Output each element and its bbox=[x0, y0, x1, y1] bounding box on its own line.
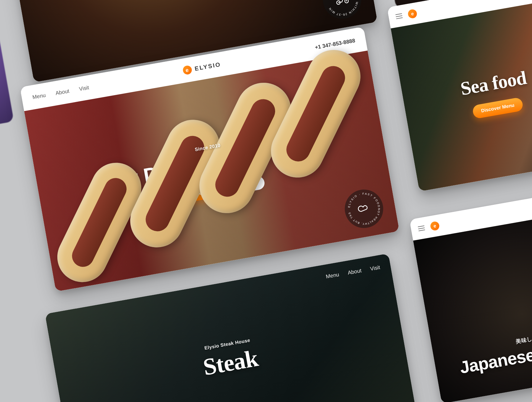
hero-overline: 美味しい bbox=[515, 334, 532, 345]
decor-image-purple bbox=[0, 0, 14, 137]
nav-about[interactable]: About bbox=[55, 88, 70, 96]
brand-name: ELYSIO bbox=[194, 61, 221, 72]
hamburger-icon[interactable] bbox=[395, 13, 403, 19]
tagline-badge: ELYSIO · FAST FOOD. NOT HEALTHY. BUT TAS… bbox=[342, 187, 386, 231]
hamburger-icon[interactable] bbox=[418, 226, 425, 231]
delivery-badge: FREE DELIVERY WITHIN 26-37 MIN bbox=[320, 0, 364, 22]
svg-text:WITHIN 26-37 MIN: WITHIN 26-37 MIN bbox=[327, 1, 361, 19]
card-japanese: e 美味しい Japanese Kitchen bbox=[409, 187, 532, 402]
nav-menu[interactable]: Menu bbox=[32, 92, 46, 100]
card-seafood: e Sea food Discover Menu bbox=[387, 0, 532, 192]
logo-icon: e bbox=[407, 9, 418, 19]
discover-menu-button[interactable]: Discover Menu bbox=[165, 184, 217, 206]
nav-visit[interactable]: Visit bbox=[79, 84, 90, 92]
logo-icon: e bbox=[182, 65, 193, 75]
svg-text:NOT HEALTHY. BUT TASTY.: NOT HEALTHY. BUT TASTY. bbox=[342, 187, 383, 229]
hero-title: Sea food bbox=[459, 68, 528, 99]
phone[interactable]: +1 347-853-8888 bbox=[314, 38, 356, 51]
logo-icon: e bbox=[430, 221, 440, 231]
nav-menu[interactable]: Menu bbox=[325, 271, 340, 280]
nav-about[interactable]: About bbox=[347, 268, 362, 276]
where-we-at-button[interactable]: Where we at bbox=[220, 175, 265, 196]
svg-text:ELYSIO · FAST FOOD.: ELYSIO · FAST FOOD. bbox=[345, 189, 381, 215]
hero-seafood: Sea food Discover Menu bbox=[391, 0, 532, 192]
hero-title: Steak bbox=[201, 346, 260, 380]
nav-visit[interactable]: Visit bbox=[370, 264, 381, 272]
discover-menu-button[interactable]: Discover Menu bbox=[472, 97, 524, 119]
brand: e ELYSIO bbox=[182, 60, 222, 75]
